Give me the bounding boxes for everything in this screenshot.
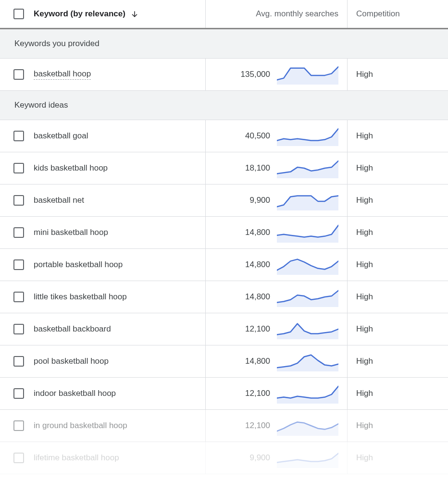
- row-competition-value: High: [356, 389, 373, 398]
- table-row: in ground basketball hoop 12,100 High: [0, 410, 448, 442]
- row-keyword-cell[interactable]: basketball net: [29, 184, 205, 216]
- trend-sparkline-icon: [277, 351, 338, 371]
- row-keyword-cell[interactable]: kids basketball hoop: [29, 152, 205, 184]
- header-checkbox-cell: [0, 0, 29, 28]
- row-keyword-text: basketball goal: [34, 131, 88, 141]
- row-checkbox[interactable]: [13, 259, 24, 270]
- row-competition-value: High: [356, 324, 373, 334]
- row-keyword-cell[interactable]: portable basketball hoop: [29, 249, 205, 281]
- section-provided-label: Keywords you provided: [14, 39, 100, 49]
- header-keyword-col[interactable]: Keyword (by relevance): [29, 0, 205, 28]
- row-checkbox-cell: [0, 152, 29, 184]
- table-row: mini basketball hoop 14,800 High: [0, 217, 448, 249]
- row-competition-cell: High: [347, 217, 448, 248]
- row-searches-cell: 9,900: [205, 442, 347, 474]
- row-keyword-text: pool basketball hoop: [34, 357, 109, 366]
- row-competition-value: High: [356, 131, 373, 141]
- row-checkbox[interactable]: [13, 163, 24, 173]
- row-keyword-text: portable basketball hoop: [34, 260, 123, 270]
- row-keyword-cell[interactable]: basketball goal: [29, 120, 205, 152]
- row-competition-cell: High: [347, 249, 448, 281]
- row-searches-cell: 18,100: [205, 152, 347, 184]
- row-competition-cell: High: [347, 281, 448, 313]
- row-competition-cell: High: [347, 184, 448, 216]
- row-keyword-cell[interactable]: little tikes basketball hoop: [29, 281, 205, 313]
- row-checkbox[interactable]: [13, 324, 24, 334]
- row-searches-value: 12,100: [236, 421, 270, 430]
- row-checkbox[interactable]: [13, 453, 24, 463]
- row-keyword-cell[interactable]: indoor basketball hoop: [29, 378, 205, 409]
- row-competition-cell: High: [347, 378, 448, 409]
- row-keyword-text: in ground basketball hoop: [34, 421, 127, 430]
- row-competition-value: High: [356, 196, 373, 205]
- row-competition-cell: High: [347, 59, 448, 90]
- row-keyword-cell[interactable]: pool basketball hoop: [29, 345, 205, 377]
- row-checkbox-cell: [0, 59, 29, 90]
- header-competition-col[interactable]: Competition: [347, 0, 448, 28]
- row-searches-cell: 9,900: [205, 184, 347, 216]
- section-provided: Keywords you provided: [0, 29, 448, 59]
- row-searches-cell: 12,100: [205, 378, 347, 409]
- row-checkbox-cell: [0, 313, 29, 345]
- table-row: basketball goal 40,500 High: [0, 120, 448, 152]
- row-checkbox[interactable]: [13, 195, 24, 206]
- row-competition-value: High: [356, 228, 373, 237]
- row-searches-cell: 12,100: [205, 313, 347, 345]
- ideas-rows-body: basketball goal 40,500 High kids basketb…: [0, 120, 448, 474]
- row-keyword-cell[interactable]: basketball hoop: [29, 59, 205, 90]
- trend-sparkline-icon: [277, 126, 338, 146]
- row-keyword-cell[interactable]: lifetime basketball hoop: [29, 442, 205, 474]
- row-checkbox[interactable]: [13, 69, 24, 80]
- row-competition-cell: High: [347, 120, 448, 152]
- row-competition-value: High: [356, 260, 373, 270]
- row-keyword-text: basketball backboard: [34, 324, 111, 334]
- trend-sparkline-icon: [277, 416, 338, 436]
- keyword-table: Keyword (by relevance) Avg. monthly sear…: [0, 0, 448, 474]
- row-searches-cell: 14,800: [205, 249, 347, 281]
- row-searches-value: 9,900: [236, 196, 270, 205]
- row-searches-value: 40,500: [236, 131, 270, 141]
- row-keyword-cell[interactable]: mini basketball hoop: [29, 217, 205, 248]
- row-checkbox[interactable]: [13, 420, 24, 431]
- row-searches-cell: 135,000: [205, 59, 347, 90]
- row-checkbox[interactable]: [13, 292, 24, 302]
- row-keyword-text: mini basketball hoop: [34, 228, 108, 237]
- row-keyword-cell[interactable]: basketball backboard: [29, 313, 205, 345]
- row-checkbox[interactable]: [13, 388, 24, 399]
- row-checkbox[interactable]: [13, 356, 24, 367]
- header-competition-label: Competition: [356, 9, 400, 19]
- row-competition-value: High: [356, 357, 373, 366]
- row-competition-cell: High: [347, 410, 448, 442]
- row-checkbox[interactable]: [13, 131, 24, 141]
- row-searches-cell: 12,100: [205, 410, 347, 442]
- row-competition-value: High: [356, 70, 373, 79]
- table-row: basketball net 9,900 High: [0, 184, 448, 217]
- row-searches-value: 12,100: [236, 389, 270, 398]
- row-competition-value: High: [356, 163, 373, 173]
- table-row: lifetime basketball hoop 9,900 High: [0, 442, 448, 474]
- row-searches-value: 9,900: [236, 453, 270, 463]
- row-checkbox-cell: [0, 410, 29, 442]
- trend-sparkline-icon: [277, 287, 338, 307]
- table-row: kids basketball hoop 18,100 High: [0, 152, 448, 184]
- row-searches-value: 14,800: [236, 357, 270, 366]
- table-row: portable basketball hoop 14,800 High: [0, 249, 448, 281]
- row-checkbox-cell: [0, 378, 29, 409]
- row-keyword-text: basketball net: [34, 196, 84, 205]
- trend-sparkline-icon: [277, 158, 338, 178]
- row-checkbox[interactable]: [13, 227, 24, 238]
- row-competition-cell: High: [347, 442, 448, 474]
- row-competition-value: High: [356, 292, 373, 302]
- row-searches-cell: 14,800: [205, 345, 347, 377]
- row-keyword-text: basketball hoop: [34, 69, 91, 78]
- row-checkbox-cell: [0, 442, 29, 474]
- select-all-checkbox[interactable]: [13, 9, 24, 19]
- trend-sparkline-icon: [277, 448, 338, 468]
- row-searches-cell: 14,800: [205, 217, 347, 248]
- table-row: little tikes basketball hoop 14,800 High: [0, 281, 448, 313]
- row-keyword-cell[interactable]: in ground basketball hoop: [29, 410, 205, 442]
- header-searches-col[interactable]: Avg. monthly searches: [205, 0, 347, 28]
- row-keyword-text: kids basketball hoop: [34, 163, 108, 173]
- row-keyword-text: indoor basketball hoop: [34, 389, 116, 398]
- row-searches-value: 14,800: [236, 228, 270, 237]
